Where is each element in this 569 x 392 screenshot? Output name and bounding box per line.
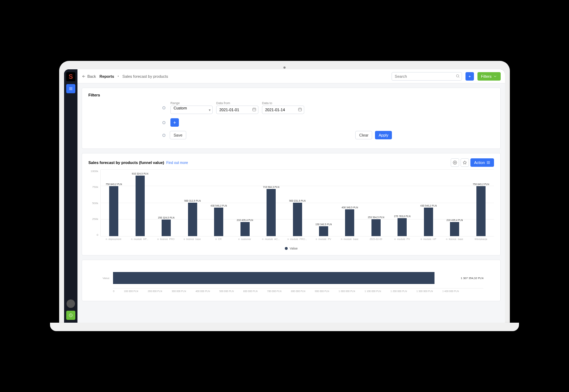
hbar-ylabel: Value	[99, 277, 110, 280]
app-logo[interactable]: S	[66, 72, 75, 81]
x-tick: n_module_PRO...	[284, 236, 311, 240]
y-tick: 250k	[92, 217, 98, 221]
y-tick: 750k	[92, 185, 98, 189]
step-dot-icon	[162, 121, 165, 124]
chart-find-out-more-link[interactable]: Find out more	[166, 161, 188, 165]
bar-value-label: 430 546,2 PLN	[211, 204, 227, 207]
back-label: Back	[87, 74, 96, 78]
x-tick: n_licence_PRO	[153, 236, 179, 240]
bar-column: 210 435,4 PLN	[232, 170, 258, 236]
step-dot-icon	[162, 106, 165, 109]
bar[interactable]	[267, 189, 276, 236]
hbar-fill	[113, 272, 434, 284]
x-tick: Windykacja	[468, 236, 494, 240]
bar-column: 750 843,2 PLN	[101, 170, 127, 236]
avatar[interactable]	[67, 299, 75, 308]
hx-tick: 1 400 000 PLN	[442, 290, 459, 292]
back-button[interactable]: Back	[82, 74, 96, 78]
x-tick: n_module_PV	[310, 236, 337, 240]
hx-tick: 200 000 PLN	[148, 290, 162, 292]
y-tick: 1000k	[90, 170, 98, 173]
bar[interactable]	[424, 208, 433, 236]
bar[interactable]	[240, 222, 250, 236]
x-tick: n_module_HP...	[127, 236, 153, 240]
bar-value-label: 150 342,5 PLN	[315, 223, 332, 226]
x-tick: n_licence_base	[442, 236, 468, 240]
bar[interactable]	[450, 222, 459, 236]
favorite-button[interactable]	[461, 158, 469, 167]
bar[interactable]	[293, 203, 302, 236]
hx-tick: 900 000 PLN	[315, 290, 329, 292]
save-button[interactable]: Save	[170, 131, 186, 139]
hx-tick: 1 100 000 PLN	[364, 290, 381, 292]
bar-value-label: 500 312,5 PLN	[184, 200, 201, 202]
date-from-input[interactable]	[216, 106, 258, 114]
bar-column: 150 342,5 PLN	[311, 170, 337, 236]
bar-value-label: 400 340,5 PLN	[342, 206, 358, 209]
bar-value-label: 500 231,5 PLN	[289, 200, 306, 202]
bar[interactable]	[136, 176, 145, 236]
bar-chart: 1000k750k500k250k0 750 843,2 PLN910 324,…	[88, 170, 494, 236]
legend-dot-icon	[285, 247, 288, 250]
filters-button[interactable]: Filters	[477, 72, 501, 81]
y-tick: 500k	[92, 202, 98, 205]
arrow-left-icon	[82, 74, 86, 78]
x-tick: n_module_PV	[389, 236, 415, 240]
add-button[interactable]: +	[465, 72, 474, 81]
bar[interactable]	[162, 220, 171, 236]
bar-value-label: 250 324,5 PLN	[158, 216, 175, 219]
bar-column: 253 564,5 PLN	[363, 170, 389, 236]
apply-button[interactable]: Apply	[375, 131, 392, 139]
bar[interactable]	[214, 208, 223, 236]
bar[interactable]	[109, 186, 118, 236]
bar[interactable]	[188, 203, 197, 236]
x-tick: n_deployment	[100, 236, 127, 240]
sidebar-help-icon[interactable]	[66, 311, 75, 320]
bar-value-label: 430 546,2 PLN	[420, 204, 437, 207]
bar-value-label: 750 843,2 PLN	[473, 183, 489, 185]
hx-tick: 500 000 PLN	[219, 290, 234, 292]
hx-tick: 300 000 PLN	[171, 290, 186, 292]
hx-tick: 0	[113, 290, 114, 292]
settings-button[interactable]	[451, 158, 459, 167]
sidebar-menu-icon[interactable]	[66, 84, 75, 93]
breadcrumb-main[interactable]: Reports	[99, 74, 114, 78]
x-tick: n_customer	[232, 236, 258, 240]
add-filter-button[interactable]: +	[170, 118, 179, 127]
bar-column: 430 546,2 PLN	[415, 170, 442, 236]
bar-column: 750 843,2 PLN	[468, 170, 494, 236]
date-to-input[interactable]	[262, 106, 304, 114]
date-to-label: Data to	[262, 101, 304, 105]
bar[interactable]	[398, 218, 407, 236]
hx-tick: 400 000 PLN	[195, 290, 210, 292]
x-tick: n_CR	[205, 236, 232, 240]
bar-column: 500 312,5 PLN	[179, 170, 205, 236]
bar[interactable]	[476, 186, 486, 236]
bar-column: 430 546,2 PLN	[206, 170, 232, 236]
chart-title: Sales forecast by products (funnel value…	[88, 160, 164, 165]
x-tick: n_module_AC...	[258, 236, 284, 240]
date-from-label: Data from	[216, 101, 258, 105]
bar-value-label: 750 843,2 PLN	[106, 183, 122, 185]
hx-tick: 1 200 000 PLN	[390, 290, 407, 292]
bar[interactable]	[319, 226, 328, 236]
legend-label: Value	[290, 247, 298, 250]
chart-legend: Value	[88, 247, 494, 250]
bar-value-label: 270 783,6 PLN	[394, 215, 411, 217]
bar[interactable]	[371, 219, 381, 236]
bar-column: 270 783,6 PLN	[389, 170, 415, 236]
menu-icon	[486, 160, 490, 165]
hx-tick: 600 000 PLN	[243, 290, 258, 292]
range-select[interactable]: Custom	[170, 106, 213, 114]
sidebar: S	[64, 69, 77, 323]
gear-icon	[453, 160, 457, 165]
search-input[interactable]	[392, 72, 462, 81]
bar-column: 250 324,5 PLN	[153, 170, 179, 236]
action-button[interactable]: Action	[470, 158, 494, 167]
clear-button[interactable]: Clear	[355, 131, 372, 139]
svg-marker-16	[463, 161, 467, 164]
bar[interactable]	[345, 209, 354, 236]
hbar-chart-panel: Value 1 307 354,32 PLN 0100 000 PLN200 0…	[82, 260, 501, 301]
x-tick: n_module_HP	[415, 236, 442, 240]
chevron-down-icon	[493, 74, 497, 78]
